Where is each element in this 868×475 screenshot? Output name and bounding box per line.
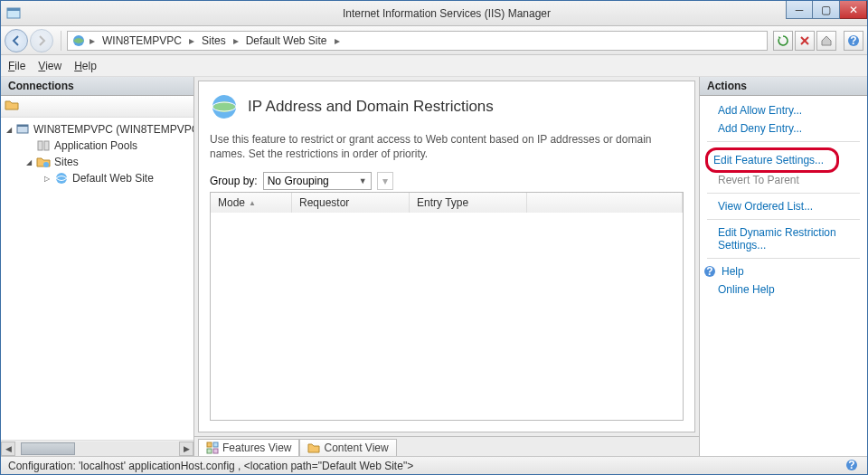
tree-label: Default Web Site [72,172,154,185]
svg-rect-15 [207,442,212,447]
chevron-right-icon: ▸ [333,34,342,47]
app-pools-icon [36,138,51,153]
action-add-deny-entry[interactable]: Add Deny Entry... [703,119,863,138]
action-edit-dynamic-settings[interactable]: Edit Dynamic Restriction Settings... [703,223,863,254]
tree-label: Sites [54,156,79,168]
back-button[interactable] [5,29,28,52]
help-icon: ? [703,265,716,278]
scrollbar-thumb[interactable] [21,442,75,455]
home-button[interactable] [816,31,836,51]
actions-header: Actions [700,77,867,96]
tab-label: Features View [222,442,291,454]
tree-node-sites[interactable]: ◢ Sites [3,154,192,170]
breadcrumb-site[interactable]: Default Web Site [242,34,331,47]
breadcrumb-host[interactable]: WIN8TEMPVPC [99,34,185,47]
grid-body[interactable] [211,213,683,420]
actions-separator [707,141,860,142]
ip-restrictions-icon [210,92,239,121]
breadcrumb[interactable]: ▸ WIN8TEMPVPC ▸ Sites ▸ Default Web Site… [67,31,768,51]
svg-rect-9 [38,141,42,150]
workspace: Connections ◢ WIN8TEMPVPC (WIN8TEMPVPC A… [1,77,867,456]
tree-label: WIN8TEMPVPC (WIN8TEMPVPC [33,123,193,136]
action-online-help[interactable]: Online Help [703,280,863,299]
column-entry-type[interactable]: Entry Type [410,193,527,213]
features-view-icon [206,442,219,454]
svg-rect-1 [7,8,20,11]
grid-header: Mode▲ Requestor Entry Type [211,193,683,213]
statusbar-help-icon[interactable]: ? [845,459,860,473]
sort-asc-icon: ▲ [249,199,256,207]
navbar-right-tools: ? [773,31,863,51]
actions-separator [707,193,860,194]
actions-separator [707,219,860,220]
tree-label: Application Pools [54,139,137,152]
window-title: Internet Information Services (IIS) Mana… [26,7,867,20]
scroll-right-icon[interactable]: ▶ [179,442,193,456]
actions-panel: Actions Add Allow Entry... Add Deny Entr… [699,77,867,456]
tab-features-view[interactable]: Features View [198,439,299,456]
minimize-button[interactable]: ─ [786,1,813,19]
help-button[interactable]: ? [844,31,863,51]
column-spacer [527,193,683,213]
groupby-label: Group by: [210,175,258,187]
svg-text:?: ? [706,265,712,278]
feature-header: IP Address and Domain Restrictions [210,92,684,121]
connections-toolbar [1,96,193,118]
chevron-down-icon: ▼ [359,176,367,185]
menubar: File View Help [1,55,867,77]
groupby-value: No Grouping [268,175,329,187]
groupby-select[interactable]: No Grouping ▼ [263,172,372,190]
highlight-annotation: Edit Feature Settings... [705,147,839,173]
close-button[interactable]: ✕ [840,1,867,19]
scroll-left-icon[interactable]: ◀ [1,442,15,456]
folder-icon[interactable] [5,98,190,112]
navbar: ▸ WIN8TEMPVPC ▸ Sites ▸ Default Web Site… [1,26,867,55]
column-requestor[interactable]: Requestor [292,193,410,213]
breadcrumb-home-icon [71,33,86,48]
refresh-button[interactable] [773,31,793,51]
tree-node-server[interactable]: ◢ WIN8TEMPVPC (WIN8TEMPVPC [3,121,192,138]
action-view-ordered-list[interactable]: View Ordered List... [703,197,863,215]
actions-separator [707,258,860,259]
chevron-right-icon: ▸ [231,34,241,47]
connections-hscrollbar[interactable]: ◀ ▶ [1,440,193,456]
actions-list: Add Allow Entry... Add Deny Entry... Edi… [700,96,867,304]
navbar-separator [61,31,61,51]
server-icon [15,122,30,137]
connections-panel: Connections ◢ WIN8TEMPVPC (WIN8TEMPVPC A… [1,77,194,456]
collapse-icon[interactable]: ◢ [24,158,33,166]
action-help[interactable]: ? Help [703,262,863,280]
action-add-allow-entry[interactable]: Add Allow Entry... [703,101,863,119]
tab-label: Content View [324,442,388,454]
maximize-button[interactable]: ▢ [813,1,840,19]
collapse-icon[interactable]: ◢ [6,126,12,134]
expand-icon[interactable]: ▷ [42,175,51,183]
chevron-right-icon: ▸ [88,34,97,47]
forward-button[interactable] [30,29,53,52]
action-edit-feature-settings[interactable]: Edit Feature Settings... [713,151,831,169]
svg-rect-8 [17,125,28,127]
tree-node-default-web-site[interactable]: ▷ Default Web Site [3,170,192,186]
feature-description: Use this feature to restrict or grant ac… [210,132,684,161]
groupby-row: Group by: No Grouping ▼ ▾ [210,172,684,190]
restrictions-grid[interactable]: Mode▲ Requestor Entry Type [210,192,684,421]
groupby-clear-button[interactable]: ▾ [377,172,393,190]
menu-view[interactable]: View [38,60,61,72]
chevron-right-icon: ▸ [187,34,196,47]
connections-tree[interactable]: ◢ WIN8TEMPVPC (WIN8TEMPVPC Application P… [1,118,193,440]
tab-content-view[interactable]: Content View [299,439,396,456]
titlebar: Internet Information Services (IIS) Mana… [1,1,867,26]
stop-button[interactable] [795,31,815,51]
scrollbar-track[interactable] [15,442,179,456]
menu-help[interactable]: Help [74,60,97,72]
column-mode[interactable]: Mode▲ [211,193,292,213]
connections-header: Connections [1,77,193,96]
window-buttons: ─ ▢ ✕ [786,1,867,19]
svg-rect-18 [213,449,218,453]
action-revert-to-parent: Revert To Parent [703,171,863,189]
svg-text:?: ? [850,34,856,47]
center-panel: IP Address and Domain Restrictions Use t… [194,77,699,456]
tree-node-app-pools[interactable]: Application Pools [3,138,192,154]
breadcrumb-sites[interactable]: Sites [198,34,230,47]
menu-file[interactable]: File [8,60,25,72]
